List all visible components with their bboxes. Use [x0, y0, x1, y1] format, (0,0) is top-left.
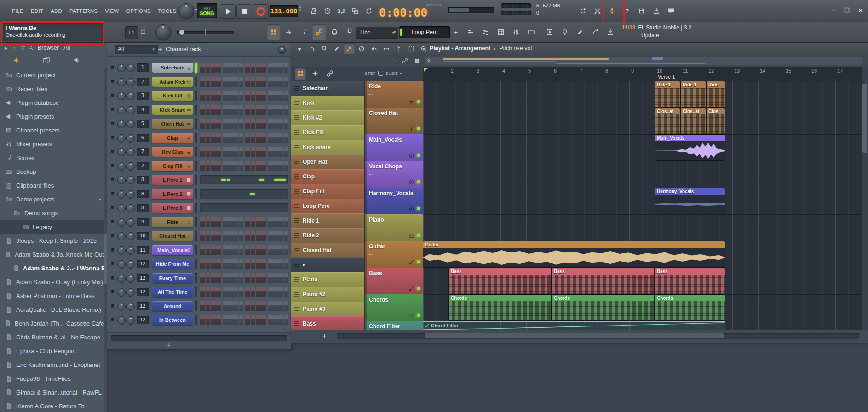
vocal-icon[interactable]	[408, 205, 415, 212]
panel-pin-icon[interactable]	[140, 28, 147, 35]
file-icon[interactable]	[5, 333, 13, 341]
playlist-clip[interactable]: Clos..at	[655, 108, 680, 134]
browser-item[interactable]: Channel presets	[0, 123, 104, 137]
step-cell[interactable]	[273, 245, 278, 255]
volume-knob[interactable]	[126, 106, 135, 114]
track-led[interactable]	[417, 260, 420, 263]
playlist-icon[interactable]	[464, 24, 477, 40]
browser-item[interactable]: Asher Postman - Future Bass	[0, 289, 104, 303]
step-cell[interactable]	[211, 77, 216, 87]
step-cell[interactable]	[273, 301, 278, 311]
step-cell[interactable]	[278, 77, 283, 87]
browser-toggle-icon[interactable]	[524, 24, 538, 40]
volume-knob[interactable]	[126, 246, 135, 255]
file-icon[interactable]	[5, 236, 13, 245]
step-cell[interactable]	[200, 147, 205, 157]
channel-led[interactable]	[111, 220, 114, 223]
channel-led[interactable]	[111, 164, 114, 167]
folder-icon[interactable]	[13, 209, 21, 217]
browser-item[interactable]: Demo projects▾	[0, 192, 104, 206]
pan-knob[interactable]	[117, 134, 126, 143]
file-icon[interactable]	[5, 402, 13, 410]
step-cell[interactable]	[284, 77, 289, 87]
scrollbar-thumb[interactable]	[425, 333, 724, 338]
channel-button[interactable]: Clap	[152, 133, 193, 143]
step-cell[interactable]	[233, 287, 238, 297]
step-cell[interactable]	[233, 119, 238, 129]
step-cell[interactable]	[278, 91, 283, 101]
step-cell[interactable]	[216, 259, 221, 269]
step-cell[interactable]	[278, 119, 283, 129]
drum-icon[interactable]	[185, 191, 192, 197]
channel-led[interactable]	[111, 66, 114, 69]
step-cell[interactable]	[211, 161, 216, 171]
step-cell[interactable]	[256, 273, 261, 283]
step-cell[interactable]	[251, 63, 256, 73]
step-cell[interactable]	[273, 231, 278, 241]
browser-item[interactable]: Adam Szabo & J..- I Wanna Be	[0, 261, 104, 275]
channel-rack-icon[interactable]	[494, 24, 508, 40]
folder-icon[interactable]	[5, 85, 13, 93]
menu-edit[interactable]: EDIT	[27, 8, 47, 14]
step-cell[interactable]	[206, 133, 211, 143]
step-cell[interactable]	[273, 105, 278, 115]
step-cell[interactable]	[278, 287, 283, 297]
cymbal-icon[interactable]	[408, 125, 415, 132]
step-cell[interactable]	[245, 105, 250, 115]
step-cell[interactable]	[228, 119, 233, 129]
step-cell[interactable]	[200, 245, 205, 255]
step-cell[interactable]	[206, 119, 211, 129]
browser-item[interactable]: Plugin database	[0, 96, 104, 109]
step-cell[interactable]	[268, 77, 273, 87]
step-cell[interactable]	[261, 287, 266, 297]
step-cell[interactable]	[216, 77, 221, 87]
volume-knob[interactable]	[126, 78, 135, 86]
track-led[interactable]	[417, 207, 420, 210]
track-header-main-vocals[interactable]: Main_Vocals...	[365, 134, 424, 161]
step-cell[interactable]	[261, 77, 266, 87]
step-cell[interactable]	[211, 133, 216, 143]
step-cell[interactable]	[216, 273, 221, 283]
step-cell[interactable]	[284, 147, 289, 157]
mixer-track-number[interactable]: 12	[137, 302, 149, 310]
volume-knob[interactable]	[126, 303, 135, 311]
snap-magnet-icon[interactable]	[319, 43, 330, 54]
step-cell[interactable]	[268, 91, 273, 101]
channel-led[interactable]	[111, 318, 114, 321]
mixer-track-number[interactable]: 9	[137, 218, 149, 226]
step-cell[interactable]	[245, 133, 250, 143]
note-icon[interactable]	[5, 154, 13, 162]
star-icon[interactable]	[310, 68, 321, 80]
track-grip[interactable]	[365, 214, 367, 241]
step-cell[interactable]	[228, 259, 233, 269]
paint-icon[interactable]	[344, 43, 355, 54]
picker-item[interactable]: Piano #3	[291, 302, 364, 317]
step-cell[interactable]	[251, 315, 256, 325]
step-cell[interactable]	[233, 133, 238, 143]
touch-controller-icon[interactable]	[558, 24, 572, 40]
step-cell[interactable]	[223, 301, 228, 311]
step-cell[interactable]	[278, 133, 283, 143]
browser-item[interactable]: Recent files	[0, 82, 104, 96]
step-cell[interactable]	[223, 315, 228, 325]
step-cell[interactable]	[211, 245, 216, 255]
step-cell[interactable]	[216, 119, 221, 129]
step-cell[interactable]	[206, 91, 211, 101]
step-cell[interactable]	[216, 105, 221, 115]
step-cell[interactable]	[228, 105, 233, 115]
pianoroll-preview[interactable]	[200, 175, 288, 184]
step-cell[interactable]	[223, 133, 228, 143]
picker-item[interactable]: Kick	[291, 96, 364, 111]
step-cell[interactable]	[284, 259, 289, 269]
speaker-icon[interactable]	[5, 112, 13, 120]
browser-item[interactable]: Kieron A Gore - Return To	[0, 399, 104, 412]
step-cell[interactable]	[216, 217, 221, 227]
channel-select-strip[interactable]	[195, 245, 197, 255]
mixer-track-number[interactable]: 12	[137, 316, 149, 324]
step-cell[interactable]	[233, 315, 238, 325]
performance-mode-icon[interactable]	[306, 43, 317, 54]
step-cell[interactable]	[278, 217, 283, 227]
browser-item[interactable]: AuraQualic - D..L Studio Remix)	[0, 303, 104, 316]
pianoroll-preview[interactable]	[200, 203, 288, 212]
channel-select-strip[interactable]	[195, 161, 197, 171]
